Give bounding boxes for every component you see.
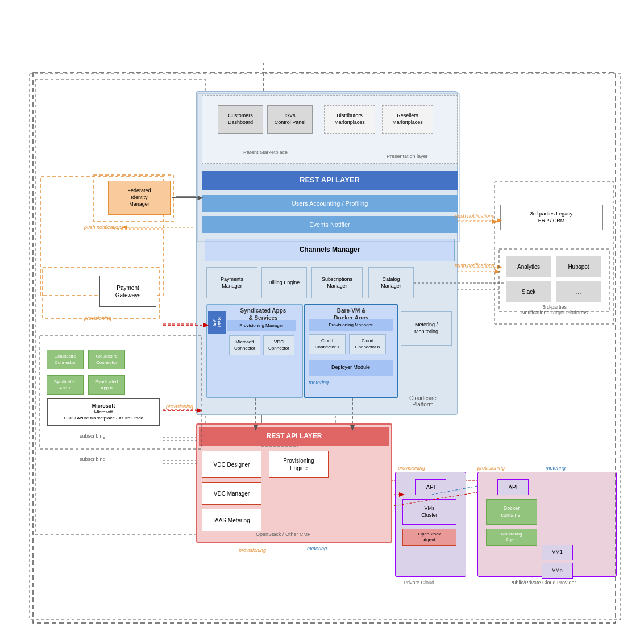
push-notifications-right-2: push notifications [455,263,495,268]
cloudesire-platform-label: CloudesirePlatform [409,395,437,408]
payments-manager: PaymentsManager [206,267,257,298]
svg-marker-31 [497,265,502,269]
provisioning-private: provisioning [398,465,425,471]
private-cloud-label: Private Cloud [404,580,434,585]
deployer-module: Deployer Module [309,360,393,376]
vdc-manager: VDC Manager [202,482,261,505]
microsoft-connector: MicrosoftConnector [229,335,260,355]
public-cloud-api: API [497,479,529,495]
rest-api-layer-bottom: REST API LAYER [199,427,389,446]
channels-manager: Channels Manager [205,239,455,261]
provisioning-label-left: provisioning [84,315,111,321]
metering-label-inner: metering [309,380,329,385]
vdc-designer: VDC Designer [202,451,261,478]
metering-label-bottom: metering [546,465,566,471]
openstack-cmf-label: OpenStack / Other CMF [256,531,311,537]
cloudesire-connector-1: CloudesireConnector [47,350,84,369]
syndicated-app-n: SyndicatedApp n [88,375,125,395]
push-notifications-left: push notifications [84,225,124,230]
slack-box: Slack [506,281,551,302]
billing-engine: Billing Engine [261,267,307,298]
ellipsis-box: ... [556,281,601,302]
subscribing-2: subscribing [80,456,106,462]
svg-rect-1 [35,80,206,534]
syndicated-provisioning: Provisioning Manager [227,320,296,331]
public-cloud-label: Public/Private Cloud Provider [486,580,600,585]
payment-gateways: PaymentGateways [99,276,156,307]
distributors-marketplaces: DistributorsMarketplaces [324,105,375,134]
openstack-agent: OpenStackAgent [402,529,456,546]
analytics-box: Analytics [506,256,551,277]
vdc-connector-left: VDCConnector [263,335,294,355]
users-accounting: Users Accounting / Profiling [202,195,458,212]
vms-cluster: VMsCluster [402,499,456,525]
federated-identity: FederatedIdentityManager [108,181,171,215]
third-parties-legacy: 3rd-parties LegacyERP / CRM [500,205,603,230]
bare-provisioning: Provisioning Manager [309,319,393,331]
third-parties-notifications-label: 3rd-partiesNotifications Target Platform… [508,304,601,315]
provisioning-engine: ProvisioningEngine [269,451,329,478]
metering-label-center: metering [307,546,327,551]
customers-dashboard: CustomersDashboard [218,105,263,134]
vm1-box: VM1 [542,545,573,560]
rest-api-small: RESTAPI [208,311,226,334]
rest-api-layer-top: REST API LAYER [202,171,458,190]
isvs-control-panel: ISVsControl Panel [267,105,313,134]
iaas-metering: IAAS Metering [202,509,261,531]
catalog-manager: CatalogManager [368,267,414,298]
monitoring-agent: MonitoringAgent [486,529,537,546]
syndicated-app-1: SyndicatedApp 1 [47,375,84,395]
subscriptions-manager: SubscriptionsManager [311,267,363,298]
cloud-connector-1: CloudConnector 1 [309,334,346,354]
private-cloud-api: API [415,479,446,495]
docker-container: Dockercontainer [486,499,537,525]
metering-monitoring: Metering /Monitoring [401,311,452,346]
microsoft-csp: Microsoft MicrosoftCSP / Azure Marketpla… [47,398,160,426]
svg-marker-7 [492,219,498,224]
push-notifications-right-1: push notifications [455,213,495,219]
subscribing-1: subscribing [80,433,106,439]
svg-marker-9 [495,269,501,274]
vmn-box: VMn [542,563,573,579]
cloudesire-connector-n: CloudesireConnector [88,350,125,369]
cloud-connector-n: CloudConnector n [349,334,386,354]
provisioning-public: provisioning [477,465,505,471]
parent-marketplace-label: Parent Marketplace [243,149,288,155]
diagram-container: CloudesirePlatform Presentation layer Pa… [0,0,644,644]
provisioning-microsoft: provisioning [166,404,193,409]
hubspot-box: Hubspot [556,256,601,277]
presentation-layer-label: Presentation layer [387,153,428,159]
svg-rect-2 [495,182,614,324]
events-notifier: Events Notifier [202,216,458,233]
resellers-marketplaces: ResellersMarketplaces [382,105,433,134]
provisioning-bottom-left: provisioning [239,547,266,553]
